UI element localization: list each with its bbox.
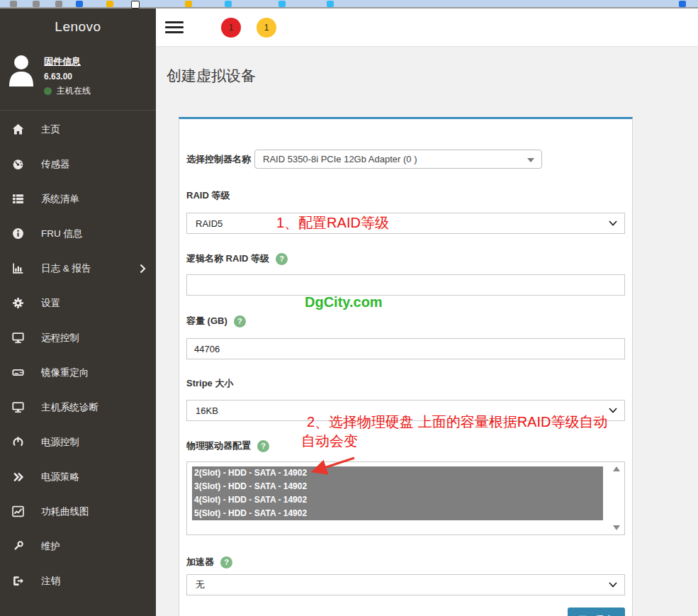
sidebar-item-label: 主页 [41,123,60,136]
user-avatar-icon [7,54,35,86]
help-icon[interactable]: ? [257,440,269,452]
sidebar-item-主页[interactable]: 主页 [0,112,156,147]
sidebar-item-label: 主机系统诊断 [41,401,98,414]
logout-icon [11,574,28,588]
raid-level-label: RAID 等级 [186,189,625,202]
tab-favicon[interactable] [225,1,232,7]
main-content: 创建虚拟设备 选择控制器名称 RAID 5350-8i PCIe 12Gb Ad… [156,47,698,616]
bar-chart-icon [11,262,28,276]
tab-favicon[interactable] [278,1,286,7]
controller-select[interactable]: RAID 5350-8i PCIe 12Gb Adapter (0 ) [254,150,542,169]
sidebar-item-label: 电源控制 [41,436,79,449]
alert-badge-yellow[interactable]: 1 [257,18,276,38]
sidebar-item-FRU信息[interactable]: FRU 信息 [0,216,156,251]
controller-label: 选择控制器名称 [186,153,251,166]
scroll-down-icon[interactable] [613,525,620,530]
sidebar-item-电源控制[interactable]: 电源控制 [0,425,156,459]
list-icon [11,192,28,206]
chevron-down-icon [609,582,617,588]
stripe-size-select[interactable]: 16KB [186,400,625,421]
sidebar-menu: 主页传感器系统清单FRU 信息日志 & 报告设置远程控制镜像重定向主机系统诊断电… [0,112,156,598]
drive-option[interactable]: 3(Slot) - HDD - SATA - 14902 [192,480,603,493]
tab-favicon[interactable] [55,1,62,7]
help-icon[interactable]: ? [234,315,246,327]
home-icon [11,123,28,137]
host-online-dot [44,87,52,95]
chevron-down-icon [609,408,617,413]
listbox-scrollbar[interactable] [611,465,622,532]
tab-favicon[interactable] [185,1,192,7]
tab-favicon[interactable] [679,1,686,7]
wrench-icon [11,539,28,554]
accelerator-select[interactable]: 无 [186,574,625,595]
firmware-version: 6.63.00 [44,72,91,82]
physical-drives-listbox[interactable]: 2(Slot) - HDD - SATA - 149023(Slot) - HD… [186,461,625,535]
sidebar-item-label: FRU 信息 [41,228,83,240]
sidebar-item-日志报告[interactable]: 日志 & 报告 [0,251,156,286]
stripe-size-label: Stripe 大小 [186,377,625,390]
tab-favicon[interactable] [33,1,40,7]
monitor-icon [11,331,28,345]
save-button[interactable]: 保存 [568,607,625,616]
sidebar-item-系统清单[interactable]: 系统清单 [0,181,156,216]
sidebar-item-维护[interactable]: 维护 [0,529,156,564]
sidebar: Lenovo 固件信息 6.63.00 主机在线 主页传感器系统清单FRU 信息… [0,9,156,616]
brand-logo: Lenovo [0,9,156,45]
line-chart-icon [11,505,28,519]
drive-icon [11,366,28,380]
help-icon[interactable]: ? [220,556,232,569]
physical-drives-label: 物理驱动器配置 [186,439,251,452]
bmc-web-ui: Lenovo 固件信息 6.63.00 主机在线 主页传感器系统清单FRU 信息… [0,0,698,616]
sidebar-item-label: 远程控制 [41,332,79,345]
hamburger-menu-icon[interactable] [165,18,184,36]
drive-option[interactable]: 5(Slot) - HDD - SATA - 14902 [192,507,603,520]
scroll-up-icon[interactable] [613,466,620,471]
accelerator-label: 加速器 [186,556,214,569]
sidebar-item-远程控制[interactable]: 远程控制 [0,320,156,355]
sidebar-item-电源策略[interactable]: 电源策略 [0,459,156,494]
sidebar-item-传感器[interactable]: 传感器 [0,147,156,181]
capacity-label: 容量 (GB) [186,315,227,327]
host-status: 主机在线 [44,85,91,97]
capacity-input[interactable]: 44706 [186,338,625,359]
sidebar-item-label: 注销 [41,575,60,588]
sidebar-item-label: 日志 & 报告 [41,262,91,275]
top-bar: 1 1 [156,9,698,47]
sidebar-item-功耗曲线图[interactable]: 功耗曲线图 [0,494,156,529]
sidebar-item-label: 传感器 [41,158,70,171]
chevron-right-icon [140,264,146,274]
sidebar-item-label: 系统清单 [41,193,79,206]
tab-favicon[interactable] [76,1,83,7]
gear-icon [11,296,28,310]
sidebar-item-注销[interactable]: 注销 [0,564,156,598]
raid-level-select[interactable]: RAID5 [186,213,625,234]
sidebar-item-label: 镜像重定向 [41,366,89,379]
tab-favicon[interactable] [10,1,17,7]
drive-option[interactable]: 4(Slot) - HDD - SATA - 14902 [192,493,603,507]
sidebar-item-label: 维护 [41,540,60,553]
alert-badge-red[interactable]: 1 [221,18,241,38]
tab-favicon[interactable] [106,1,113,7]
create-virtual-device-panel: 选择控制器名称 RAID 5350-8i PCIe 12Gb Adapter (… [179,117,633,616]
sidebar-item-label: 设置 [41,297,60,310]
tab-favicon[interactable] [131,1,140,9]
sidebar-item-镜像重定向[interactable]: 镜像重定向 [0,355,156,390]
logical-name-input[interactable] [186,274,625,296]
sidebar-item-label: 电源策略 [41,471,79,483]
browser-tab-strip [0,0,698,9]
page-title: 创建虚拟设备 [167,66,256,86]
user-summary: 固件信息 6.63.00 主机在线 [0,45,156,107]
tab-favicon[interactable] [327,1,334,7]
sidebar-item-设置[interactable]: 设置 [0,286,156,320]
firmware-info-link[interactable]: 固件信息 [44,55,91,68]
info-icon [11,227,28,241]
help-icon[interactable]: ? [276,253,288,265]
dropdown-triangle-icon [527,158,534,162]
double-chevron-icon [11,470,28,484]
gauge-icon [11,157,28,172]
drive-option[interactable]: 2(Slot) - HDD - SATA - 14902 [192,466,603,480]
chevron-down-icon [609,220,617,226]
sidebar-item-主机系统诊断[interactable]: 主机系统诊断 [0,390,156,425]
monitor-icon [11,401,28,415]
power-icon [11,435,28,449]
